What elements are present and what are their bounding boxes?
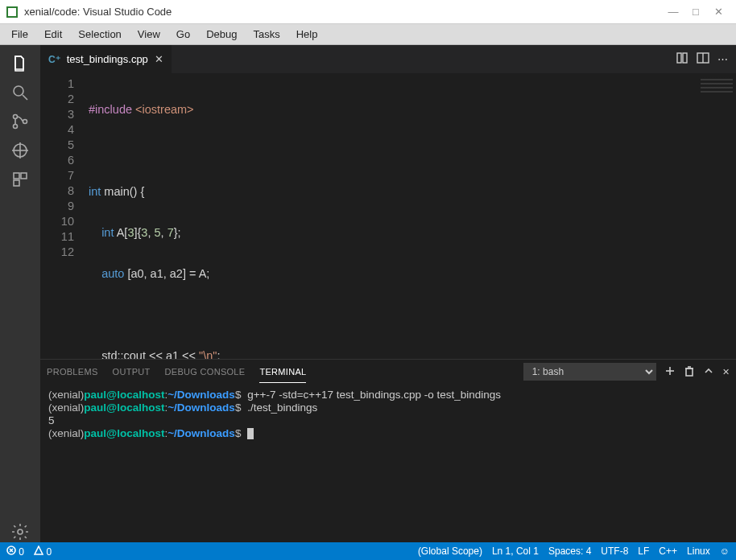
window-title: xenial/code: Visual Studio Code	[24, 6, 662, 18]
editor-tabbar: C⁺ test_bindings.cpp ✕ ⋯	[40, 45, 736, 73]
status-warnings[interactable]: 0	[34, 546, 52, 558]
close-panel-icon[interactable]: ✕	[722, 367, 730, 377]
debug-icon[interactable]	[10, 140, 31, 161]
menu-view[interactable]: View	[131, 27, 167, 42]
status-line-col[interactable]: Ln 1, Col 1	[492, 546, 539, 557]
code-editor[interactable]: 123456 789101112 #include <iostream> int…	[40, 73, 736, 359]
menu-go[interactable]: Go	[170, 27, 196, 42]
extensions-icon[interactable]	[10, 169, 31, 190]
split-editor-icon[interactable]	[697, 51, 709, 67]
os-titlebar: xenial/code: Visual Studio Code — □ ✕	[0, 0, 736, 24]
svg-point-3	[14, 125, 18, 129]
svg-rect-12	[677, 53, 681, 63]
status-eol[interactable]: LF	[638, 546, 649, 557]
maximize-panel-icon[interactable]	[703, 365, 714, 378]
editor-actions: ⋯	[676, 45, 736, 73]
panel-tab-terminal[interactable]: TERMINAL	[259, 361, 306, 383]
svg-rect-18	[686, 369, 693, 376]
source-control-icon[interactable]	[10, 111, 31, 132]
status-encoding[interactable]: UTF-8	[601, 546, 628, 557]
panel-tab-output[interactable]: OUTPUT	[113, 361, 151, 382]
compare-icon[interactable]	[676, 51, 688, 67]
panel-tabs: PROBLEMS OUTPUT DEBUG CONSOLE TERMINAL 1…	[40, 360, 736, 384]
status-spaces[interactable]: Spaces: 4	[548, 546, 591, 557]
status-bar: 0 0 (Global Scope) Ln 1, Col 1 Spaces: 4…	[0, 542, 736, 560]
terminal-shell-select[interactable]: 1: bash	[523, 363, 656, 381]
maximize-button[interactable]: □	[684, 6, 707, 18]
status-scope[interactable]: (Global Scope)	[418, 546, 482, 557]
menu-help[interactable]: Help	[290, 27, 325, 42]
menu-tasks[interactable]: Tasks	[246, 27, 286, 42]
status-os[interactable]: Linux	[687, 546, 710, 557]
close-tab-icon[interactable]: ✕	[155, 53, 163, 65]
status-errors[interactable]: 0	[6, 546, 24, 558]
svg-point-2	[14, 115, 18, 119]
svg-rect-13	[683, 53, 687, 63]
menu-edit[interactable]: Edit	[38, 27, 68, 42]
menubar: File Edit Selection View Go Debug Tasks …	[0, 24, 736, 45]
search-icon[interactable]	[10, 82, 31, 103]
app-icon	[6, 6, 18, 18]
menu-debug[interactable]: Debug	[200, 27, 243, 42]
explorer-icon[interactable]	[10, 53, 31, 74]
status-lang[interactable]: C++	[659, 546, 677, 557]
kill-terminal-icon[interactable]	[684, 365, 695, 378]
settings-gear-icon[interactable]	[10, 521, 31, 542]
svg-line-1	[23, 95, 27, 100]
minimize-button[interactable]: —	[662, 6, 684, 18]
tab-filename: test_bindings.cpp	[67, 53, 148, 65]
menu-file[interactable]: File	[5, 27, 35, 42]
tab-test-bindings[interactable]: C⁺ test_bindings.cpp ✕	[40, 45, 172, 73]
svg-point-11	[18, 529, 23, 534]
more-actions-icon[interactable]: ⋯	[717, 53, 728, 65]
svg-point-4	[23, 120, 27, 124]
cpp-file-icon: C⁺	[48, 54, 60, 65]
status-feedback-icon[interactable]: ☺	[720, 546, 730, 557]
menu-selection[interactable]: Selection	[72, 27, 127, 42]
panel-tab-problems[interactable]: PROBLEMS	[47, 361, 98, 382]
line-gutter: 123456 789101112	[40, 73, 89, 260]
panel-tab-debug-console[interactable]: DEBUG CONSOLE	[165, 361, 246, 382]
svg-rect-8	[14, 173, 19, 179]
svg-point-0	[14, 86, 23, 96]
close-window-button[interactable]: ✕	[707, 6, 730, 18]
bottom-panel: PROBLEMS OUTPUT DEBUG CONSOLE TERMINAL 1…	[40, 359, 736, 542]
new-terminal-icon[interactable]	[664, 365, 676, 378]
code-content[interactable]: #include <iostream> int main() { int A[3…	[89, 73, 736, 359]
terminal-view[interactable]: (xenial)paul@localhost:~/Downloads$ g++-…	[40, 384, 736, 542]
activity-bar	[0, 45, 40, 542]
svg-rect-10	[14, 180, 19, 186]
svg-rect-9	[21, 173, 27, 179]
